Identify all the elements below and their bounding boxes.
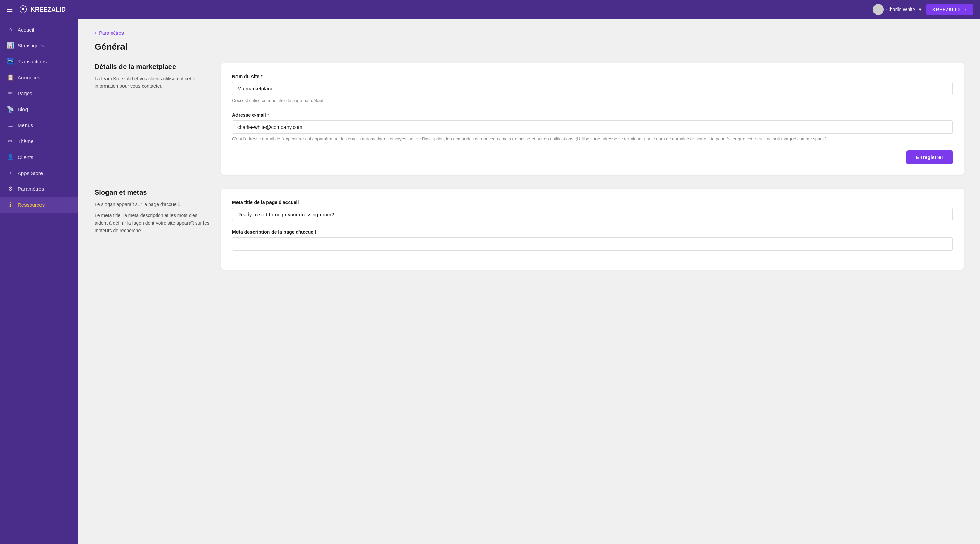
sidebar-item-label: Pages (18, 90, 32, 96)
breadcrumb-arrow-icon: ‹ (95, 30, 96, 36)
site-name-hint: Ceci est utilisé comme titre de page par… (232, 97, 953, 104)
kreezalid-cta-button[interactable]: KREEZALID → (926, 4, 973, 15)
sidebar-item-transactions[interactable]: 🏧 Transactions (0, 53, 78, 69)
nav-left: ☰ KREEZALID (7, 5, 66, 14)
sidebar-item-accueil[interactable]: ⌂ Accueil (0, 22, 78, 37)
settings-icon: ⚙ (7, 185, 14, 192)
brand-logo: KREEZALID (18, 5, 66, 14)
info-icon: ℹ (7, 201, 14, 208)
section-desc-slogan-1: Le slogan apparaît sur la page d'accueil… (95, 201, 210, 208)
sidebar-item-label: Apps Store (18, 170, 43, 176)
site-name-input[interactable] (232, 82, 953, 95)
clients-icon: 👤 (7, 154, 14, 161)
sidebar-item-statistiques[interactable]: 📊 Statistiques (0, 37, 78, 53)
email-label: Adresse e-mail * (232, 112, 953, 117)
section-title-slogan: Slogan et metas (95, 189, 210, 197)
slogan-section: Slogan et metas Le slogan apparaît sur l… (95, 189, 964, 270)
section-left-slogan: Slogan et metas Le slogan apparaît sur l… (95, 189, 210, 270)
sidebar-item-ressources[interactable]: ℹ Ressources (0, 197, 78, 213)
menus-icon: ☰ (7, 122, 14, 129)
annonces-icon: 📋 (7, 74, 14, 81)
site-name-group: Nom du site * Ceci est utilisé comme tit… (232, 74, 953, 104)
nav-right: Charlie White ▼ KREEZALID → (873, 4, 973, 15)
sidebar-item-label: Ressources (18, 202, 45, 208)
main-content: ‹ Paramètres Général Détails de la marke… (78, 19, 980, 544)
sidebar-item-apps-store[interactable]: + Apps Store (0, 165, 78, 181)
sidebar-item-pages[interactable]: ✏ Pages (0, 85, 78, 102)
brand-icon (18, 5, 28, 14)
pages-icon: ✏ (7, 90, 14, 97)
section-left-marketplace: Détails de la marketplace La team Kreeza… (95, 63, 210, 175)
sidebar-item-blog[interactable]: 📡 Blog (0, 102, 78, 117)
sidebar-item-label: Thème (18, 138, 34, 144)
email-hint: C'est l'adresse e-mail de l'expéditeur q… (232, 136, 953, 143)
meta-title-input[interactable] (232, 208, 953, 221)
breadcrumb-parent: Paramètres (99, 30, 124, 36)
marketplace-form-card: Nom du site * Ceci est utilisé comme tit… (221, 63, 964, 175)
site-name-label: Nom du site * (232, 74, 953, 79)
brand-name: KREEZALID (30, 6, 66, 13)
svg-point-0 (22, 8, 24, 10)
blog-icon: 📡 (7, 106, 14, 113)
transactions-icon: 🏧 (7, 58, 14, 65)
user-name: Charlie White (886, 7, 915, 12)
sidebar: ⌂ Accueil 📊 Statistiques 🏧 Transactions … (0, 19, 78, 544)
sidebar-item-label: Blog (18, 106, 28, 112)
chart-icon: 📊 (7, 42, 14, 49)
sidebar-item-label: Clients (18, 154, 33, 160)
sidebar-item-menus[interactable]: ☰ Menus (0, 117, 78, 133)
chevron-down-icon: ▼ (918, 8, 922, 11)
home-icon: ⌂ (7, 26, 14, 33)
sidebar-item-clients[interactable]: 👤 Clients (0, 149, 78, 165)
section-title-marketplace: Détails de la marketplace (95, 63, 210, 71)
marketplace-form-actions: Enregistrer (232, 150, 953, 164)
section-desc-marketplace: La team Kreezalid et vos clients utilise… (95, 75, 210, 90)
meta-title-label: Meta title de la page d'accueil (232, 200, 953, 205)
save-button[interactable]: Enregistrer (907, 150, 953, 164)
breadcrumb[interactable]: ‹ Paramètres (95, 30, 964, 36)
section-desc-slogan-2: Le meta title, la meta description et le… (95, 211, 210, 234)
email-group: Adresse e-mail * C'est l'adresse e-mail … (232, 112, 953, 143)
theme-icon: ✏ (7, 138, 14, 145)
sidebar-item-parametres[interactable]: ⚙ Paramètres (0, 181, 78, 197)
meta-desc-input[interactable] (232, 237, 953, 251)
sidebar-item-label: Menus (18, 122, 33, 128)
sidebar-item-label: Statistiques (18, 43, 44, 48)
slogan-form-card: Meta title de la page d'accueil Meta des… (221, 189, 964, 270)
sidebar-item-annonces[interactable]: 📋 Annonces (0, 69, 78, 85)
page-title: Général (95, 41, 964, 52)
meta-title-group: Meta title de la page d'accueil (232, 200, 953, 221)
apps-icon: + (7, 170, 14, 176)
sidebar-item-label: Annonces (18, 75, 40, 80)
meta-desc-label: Meta description de la page d'accueil (232, 229, 953, 235)
top-navigation: ☰ KREEZALID Charlie White ▼ KREEZALID → (0, 0, 980, 19)
main-layout: ⌂ Accueil 📊 Statistiques 🏧 Transactions … (0, 19, 980, 544)
sidebar-item-theme[interactable]: ✏ Thème (0, 133, 78, 149)
avatar (873, 4, 884, 15)
sidebar-item-label: Paramètres (18, 186, 44, 192)
user-menu[interactable]: Charlie White ▼ (873, 4, 922, 15)
marketplace-section: Détails de la marketplace La team Kreeza… (95, 63, 964, 175)
hamburger-icon[interactable]: ☰ (7, 5, 13, 14)
meta-desc-group: Meta description de la page d'accueil (232, 229, 953, 251)
sidebar-item-label: Transactions (18, 59, 47, 64)
sidebar-item-label: Accueil (18, 27, 34, 33)
email-input[interactable] (232, 121, 953, 133)
